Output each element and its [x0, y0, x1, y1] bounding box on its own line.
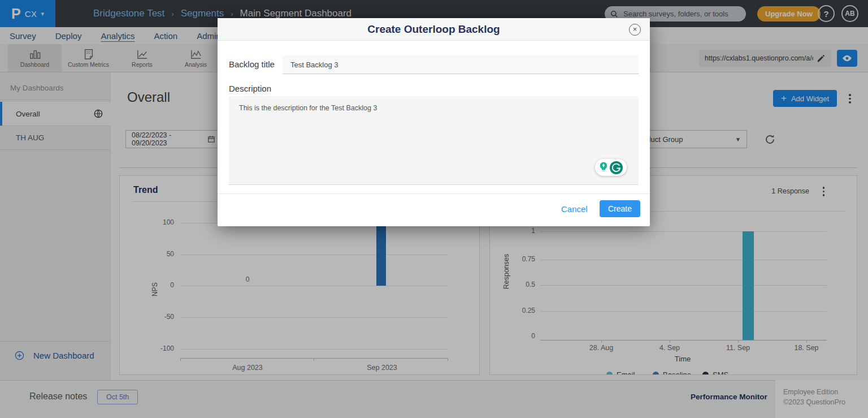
modal-title: Create Outerloop Backlog — [218, 18, 650, 41]
backlog-title-input[interactable] — [283, 55, 639, 74]
backlog-title-label: Backlog title — [229, 59, 275, 69]
cancel-button[interactable]: Cancel — [561, 204, 588, 214]
create-backlog-modal: Create Outerloop Backlog × Backlog title… — [218, 18, 650, 226]
app-root: P CX ▾ Bridgestone Test › Segments › Mai… — [0, 0, 868, 418]
create-button[interactable]: Create — [600, 200, 640, 217]
suggestion-bulb-icon[interactable] — [599, 162, 608, 173]
description-textarea[interactable]: This is the description for the Test Bac… — [229, 96, 639, 185]
description-label: Description — [229, 84, 271, 93]
grammarly-widget[interactable] — [595, 159, 627, 176]
divider — [218, 193, 650, 194]
grammarly-icon[interactable] — [609, 161, 623, 175]
close-icon[interactable]: × — [629, 24, 641, 36]
